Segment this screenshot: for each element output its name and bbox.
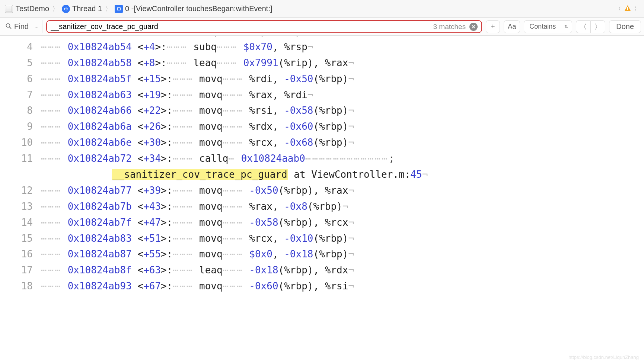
code-line[interactable]: 4⋯⋯⋯ 0x10824ab54 <+4>:⋯⋯⋯ subq⋯⋯⋯ $0x70,… xyxy=(0,39,644,55)
watermark: https://blog.csdn.net/LiqunZhang xyxy=(568,354,639,360)
code-body: ⋯⋯⋯ 0x10824ab72 <+34>:⋯⋯⋯ callq⋯ 0x10824… xyxy=(41,151,644,167)
code-body: ⋯⋯⋯ 0x10824ab63 <+19>:⋯⋯⋯ movq⋯⋯⋯ %rax, … xyxy=(41,87,644,103)
code-body: ⋯⋯⋯ 0x10824ab8f <+63>:⋯⋯⋯ leaq⋯⋯⋯ -0x18(… xyxy=(41,262,644,278)
thread-icon[interactable] xyxy=(62,5,70,13)
code-line[interactable]: 17⋯⋯⋯ 0x10824ab8f <+63>:⋯⋯⋯ leaq⋯⋯⋯ -0x1… xyxy=(0,262,644,278)
find-mode-selector[interactable]: Find ⌄ xyxy=(3,20,42,33)
svg-line-5 xyxy=(10,27,12,29)
svg-rect-3 xyxy=(627,9,628,10)
code-body: ⋯⋯⋯ 0x10824ab83 <+51>:⋯⋯⋯ movq⋯⋯⋯ %rcx, … xyxy=(41,231,644,247)
chevron-left-icon[interactable]: 〈 xyxy=(616,6,621,12)
code-body: ⋯⋯⋯ 0x10824ab51 <+1>:⋯⋯⋯ movq⋯⋯⋯ %rbp, %… xyxy=(41,36,644,39)
code-line[interactable]: 8⋯⋯⋯ 0x10824ab66 <+22>:⋯⋯⋯ movq⋯⋯⋯ %rsi,… xyxy=(0,103,644,119)
app-icon[interactable] xyxy=(4,4,13,13)
chevron-right-icon: 〉 xyxy=(52,4,59,13)
updown-icon: ⇅ xyxy=(564,24,568,29)
code-body: ⋯⋯⋯ 0x10824ab93 <+67>:⋯⋯⋯ movq⋯⋯⋯ -0x60(… xyxy=(41,278,644,294)
chevron-right-icon: 〉 xyxy=(594,22,601,31)
line-number: 17 xyxy=(0,262,41,278)
line-number: 11 xyxy=(0,151,41,167)
line-number: 8 xyxy=(0,103,41,119)
code-body: ⋯⋯⋯ 0x10824ab5f <+15>:⋯⋯⋯ movq⋯⋯⋯ %rdi, … xyxy=(41,71,644,87)
frame-icon[interactable] xyxy=(115,5,123,13)
chevron-down-icon: ⌄ xyxy=(35,24,38,29)
breadcrumb-frame[interactable]: 0 -[ViewController touchesBegan:withEven… xyxy=(125,4,272,13)
done-label: Done xyxy=(616,22,634,31)
code-line[interactable]: 15⋯⋯⋯ 0x10824ab83 <+51>:⋯⋯⋯ movq⋯⋯⋯ %rcx… xyxy=(0,231,644,247)
find-prev-button[interactable]: 〈 xyxy=(576,20,590,33)
line-number: 14 xyxy=(0,215,41,231)
code-line[interactable]: 11⋯⋯⋯ 0x10824ab72 <+34>:⋯⋯⋯ callq⋯ 0x108… xyxy=(0,151,644,167)
breadcrumb-app[interactable]: TestDemo xyxy=(16,4,49,13)
match-count: 3 matches xyxy=(433,23,466,31)
find-next-button[interactable]: 〉 xyxy=(590,20,605,33)
search-highlight: __sanitizer_cov_trace_pc_guard xyxy=(112,169,288,180)
code-line[interactable]: 7⋯⋯⋯ 0x10824ab63 <+19>:⋯⋯⋯ movq⋯⋯⋯ %rax,… xyxy=(0,87,644,103)
code-body: ⋯⋯⋯ 0x10824ab6a <+26>:⋯⋯⋯ movq⋯⋯⋯ %rdx, … xyxy=(41,119,644,135)
search-container: 3 matches xyxy=(46,20,482,33)
code-line[interactable]: 10⋯⋯⋯ 0x10824ab6e <+30>:⋯⋯⋯ movq⋯⋯⋯ %rcx… xyxy=(0,135,644,151)
find-bar: Find ⌄ 3 matches + Aa Contains ⇅ 〈 〉 Don… xyxy=(0,18,644,36)
case-label: Aa xyxy=(508,23,516,30)
code-line[interactable]: 18⋯⋯⋯ 0x10824ab93 <+67>:⋯⋯⋯ movq⋯⋯⋯ -0x6… xyxy=(0,278,644,294)
breadcrumb-bar: TestDemo 〉 Thread 1 〉 0 -[ViewController… xyxy=(0,0,644,18)
find-nav-pair: 〈 〉 xyxy=(576,20,605,33)
chevron-right-icon[interactable]: 〉 xyxy=(634,6,640,12)
code-line[interactable]: 16⋯⋯⋯ 0x10824ab87 <+55>:⋯⋯⋯ movq⋯⋯⋯ $0x0… xyxy=(0,246,644,262)
code-body: ⋯⋯⋯ 0x10824ab66 <+22>:⋯⋯⋯ movq⋯⋯⋯ %rsi, … xyxy=(41,103,644,119)
code-body: ⋯⋯⋯ 0x10824ab77 <+39>:⋯⋯⋯ movq⋯⋯⋯ -0x50(… xyxy=(41,183,644,199)
match-mode-button[interactable]: Contains ⇅ xyxy=(524,20,572,33)
find-label: Find xyxy=(14,22,29,31)
search-icon xyxy=(5,23,12,30)
plus-icon: + xyxy=(491,23,495,30)
code-line[interactable]: 3⋯⋯⋯ 0x10824ab51 <+1>:⋯⋯⋯ movq⋯⋯⋯ %rbp, … xyxy=(0,36,644,39)
match-mode-label: Contains xyxy=(529,23,556,30)
breadcrumb-right: 〈 〉 xyxy=(616,4,640,13)
chevron-right-icon: 〉 xyxy=(105,4,112,13)
line-number: 6 xyxy=(0,71,41,87)
code-body: ⋯⋯⋯ 0x10824ab87 <+55>:⋯⋯⋯ movq⋯⋯⋯ $0x0, … xyxy=(41,246,644,262)
clear-search-button[interactable] xyxy=(469,23,478,31)
warning-icon[interactable] xyxy=(624,4,631,13)
case-sensitive-button[interactable]: Aa xyxy=(504,20,520,33)
code-line[interactable]: 14⋯⋯⋯ 0x10824ab7f <+47>:⋯⋯⋯ movq⋯⋯⋯ -0x5… xyxy=(0,215,644,231)
line-number: 3 xyxy=(0,36,41,39)
svg-rect-2 xyxy=(627,7,628,9)
breadcrumb-thread[interactable]: Thread 1 xyxy=(72,4,102,13)
chevron-left-icon: 〈 xyxy=(580,22,587,31)
code-body: ⋯⋯⋯ 0x10824ab6e <+30>:⋯⋯⋯ movq⋯⋯⋯ %rcx, … xyxy=(41,135,644,151)
code-line[interactable]: 6⋯⋯⋯ 0x10824ab5f <+15>:⋯⋯⋯ movq⋯⋯⋯ %rdi,… xyxy=(0,71,644,87)
line-number: 7 xyxy=(0,87,41,103)
code-body: ⋯⋯⋯ 0x10824ab7b <+43>:⋯⋯⋯ movq⋯⋯⋯ %rax, … xyxy=(41,199,644,215)
code-body: ⋯⋯⋯ 0x10824ab58 <+8>:⋯⋯⋯ leaq⋯⋯⋯ 0x7991(… xyxy=(41,55,644,71)
svg-rect-1 xyxy=(118,8,120,10)
disassembly-view[interactable]: 3⋯⋯⋯ 0x10824ab51 <+1>:⋯⋯⋯ movq⋯⋯⋯ %rbp, … xyxy=(0,36,644,363)
code-line[interactable]: 12⋯⋯⋯ 0x10824ab77 <+39>:⋯⋯⋯ movq⋯⋯⋯ -0x5… xyxy=(0,183,644,199)
line-number: 4 xyxy=(0,39,41,55)
svg-point-4 xyxy=(6,24,10,28)
line-number: 12 xyxy=(0,183,41,199)
code-line-continuation[interactable]: __sanitizer_cov_trace_pc_guard at ViewCo… xyxy=(0,167,644,183)
breadcrumb-path: TestDemo 〉 Thread 1 〉 0 -[ViewController… xyxy=(4,4,272,13)
code-line[interactable]: 9⋯⋯⋯ 0x10824ab6a <+26>:⋯⋯⋯ movq⋯⋯⋯ %rdx,… xyxy=(0,119,644,135)
line-number: 10 xyxy=(0,135,41,151)
code-line[interactable]: 13⋯⋯⋯ 0x10824ab7b <+43>:⋯⋯⋯ movq⋯⋯⋯ %rax… xyxy=(0,199,644,215)
line-number: 5 xyxy=(0,55,41,71)
search-input[interactable] xyxy=(47,22,433,31)
code-body: ⋯⋯⋯ 0x10824ab54 <+4>:⋯⋯⋯ subq⋯⋯⋯ $0x70, … xyxy=(41,39,644,55)
line-number: 9 xyxy=(0,119,41,135)
code-line[interactable]: 5⋯⋯⋯ 0x10824ab58 <+8>:⋯⋯⋯ leaq⋯⋯⋯ 0x7991… xyxy=(0,55,644,71)
code-body: ⋯⋯⋯ 0x10824ab7f <+47>:⋯⋯⋯ movq⋯⋯⋯ -0x58(… xyxy=(41,215,644,231)
line-number: 16 xyxy=(0,246,41,262)
add-button[interactable]: + xyxy=(486,20,500,33)
line-number: 18 xyxy=(0,278,41,294)
line-number: 13 xyxy=(0,199,41,215)
done-button[interactable]: Done xyxy=(609,20,641,33)
line-number: 15 xyxy=(0,231,41,247)
